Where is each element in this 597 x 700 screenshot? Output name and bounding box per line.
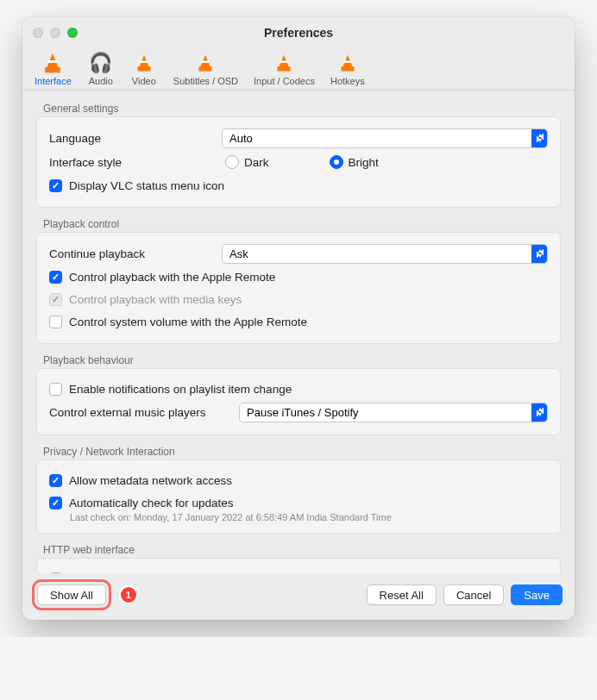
tab-input-codecs[interactable]: Input / Codecs: [247, 50, 322, 90]
section-privacy-title: Privacy / Network Interaction: [43, 446, 569, 458]
panel-http: Enable HTTP web interface Password: [36, 558, 561, 573]
prefs-toolbar: Interface 🎧 Audio Video Subtitles / OSD …: [22, 48, 575, 91]
minimize-window-icon[interactable]: [50, 28, 60, 38]
panel-playback-control: Continue playback Ask ▴▾ Control playbac…: [36, 232, 561, 344]
radio-bright[interactable]: Bright: [330, 155, 379, 169]
panel-playback-behaviour: Enable notifications on playlist item ch…: [36, 368, 561, 435]
check-system-volume-remote[interactable]: Control system volume with the Apple Rem…: [49, 310, 548, 333]
close-window-icon[interactable]: [33, 28, 43, 38]
checkbox-icon: [49, 474, 62, 487]
check-media-keys: Control playback with media keys: [49, 288, 548, 310]
interface-style-label: Interface style: [49, 156, 213, 169]
show-all-highlight: Show All: [35, 582, 109, 608]
tab-video[interactable]: Video: [123, 50, 165, 90]
check-auto-updates[interactable]: Automatically check for updates: [49, 491, 548, 514]
window-controls: [33, 28, 78, 38]
check-status-menu-icon[interactable]: Display VLC status menu icon: [49, 174, 548, 197]
checkbox-icon: [49, 316, 62, 328]
window-title: Preferences: [22, 26, 575, 40]
codecs-icon: [276, 52, 292, 74]
check-metadata-network[interactable]: Allow metadata network access: [49, 469, 548, 491]
checkbox-icon: [49, 383, 62, 396]
radio-icon: [225, 155, 239, 169]
checkbox-icon: [49, 497, 62, 509]
subtitles-icon: [198, 52, 213, 74]
section-http-title: HTTP web interface: [43, 544, 569, 556]
tab-audio[interactable]: 🎧 Audio: [80, 50, 122, 90]
audio-icon: 🎧: [89, 52, 112, 74]
preferences-window: Preferences Interface 🎧 Audio Video Subt…: [22, 17, 575, 620]
last-check-text: Last check on: Monday, 17 January 2022 a…: [70, 512, 548, 522]
show-all-button[interactable]: Show All: [37, 584, 106, 605]
language-label: Language: [49, 132, 213, 145]
section-general-title: General settings: [43, 103, 569, 115]
tab-subtitles[interactable]: Subtitles / OSD: [167, 50, 245, 90]
titlebar: Preferences: [22, 17, 575, 48]
save-button[interactable]: Save: [511, 584, 562, 605]
footer: Show All 1 Reset All Cancel Save: [22, 573, 575, 620]
external-players-select[interactable]: Pause iTunes / Spotify: [239, 403, 548, 422]
check-apple-remote[interactable]: Control playback with the Apple Remote: [49, 266, 548, 288]
panel-privacy: Allow metadata network access Automatica…: [36, 459, 561, 534]
annotation-badge: 1: [121, 587, 136, 603]
check-notifications[interactable]: Enable notifications on playlist item ch…: [49, 378, 548, 400]
video-icon: [136, 52, 152, 74]
section-playback-behaviour-title: Playback behaviour: [43, 354, 569, 366]
check-enable-http[interactable]: Enable HTTP web interface: [49, 567, 548, 573]
checkbox-icon: [49, 572, 62, 574]
hotkeys-icon: [340, 52, 355, 74]
tab-hotkeys[interactable]: Hotkeys: [324, 50, 372, 90]
external-players-label: Control external music players: [49, 406, 230, 419]
radio-dark[interactable]: Dark: [225, 155, 269, 169]
section-playback-control-title: Playback control: [43, 218, 569, 230]
continue-playback-label: Continue playback: [49, 247, 213, 260]
checkbox-icon: [49, 179, 62, 192]
zoom-window-icon[interactable]: [67, 28, 78, 38]
interface-icon: [45, 52, 60, 74]
radio-icon: [330, 155, 343, 169]
checkbox-icon: [49, 293, 62, 306]
content-scroll[interactable]: General settings Language Auto ▴▾ Interf…: [22, 91, 575, 573]
cancel-button[interactable]: Cancel: [443, 584, 504, 605]
panel-general: Language Auto ▴▾ Interface style Dark: [36, 116, 561, 208]
language-select[interactable]: Auto: [222, 128, 548, 148]
continue-playback-select[interactable]: Ask: [222, 244, 548, 264]
checkbox-icon: [49, 271, 62, 284]
tab-interface[interactable]: Interface: [28, 50, 79, 90]
reset-all-button[interactable]: Reset All: [367, 584, 437, 605]
